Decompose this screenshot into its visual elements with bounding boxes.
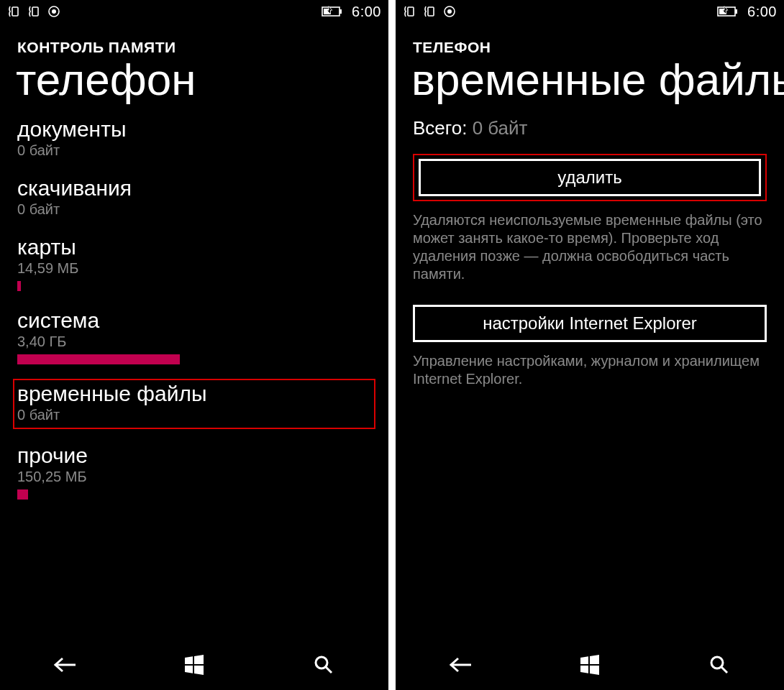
app-name: ТЕЛЕФОН [413,39,767,56]
category-size: 0 байт [17,201,371,218]
category-title: прочие [17,443,371,467]
delete-button-label: удалить [557,167,621,188]
app-name: КОНТРОЛЬ ПАМЯТИ [17,39,371,56]
category-size: 0 байт [17,407,371,423]
nav-bar [0,640,388,690]
svg-marker-24 [580,666,588,673]
status-bar: 6:00 [396,0,784,22]
total-label: Всего: [413,117,467,139]
svg-line-13 [326,667,332,673]
delete-button-highlight: удалить [413,154,767,201]
storage-category[interactable]: скачивания0 байт [17,176,371,218]
svg-line-27 [721,667,727,673]
category-title: карты [17,235,371,259]
category-title: система [17,308,371,332]
svg-rect-1 [32,7,38,16]
category-title: временные файлы [17,382,371,405]
total-value: 0 байт [473,117,528,139]
category-title: документы [17,117,371,141]
vibrate-icon [403,4,417,19]
storage-category[interactable]: временные файлы0 байт [13,379,375,429]
category-usage-bar [17,281,371,291]
category-usage-bar [17,489,371,500]
svg-marker-9 [194,655,204,664]
status-clock: 6:00 [747,4,777,20]
nav-bar [396,640,784,690]
svg-rect-14 [408,7,414,16]
phone-screen-right: 6:00 ТЕЛЕФОН временные файлы Всего: 0 ба… [396,0,784,690]
vibrate-icon [7,4,22,19]
svg-rect-15 [428,7,434,16]
location-icon [47,5,60,18]
svg-point-12 [316,657,327,668]
storage-categories-list: документы0 байтскачивания0 байткарты14,5… [0,103,388,640]
battery-icon [322,5,345,18]
search-button[interactable] [281,647,367,683]
total-row: Всего: 0 байт [413,117,767,139]
svg-marker-8 [185,656,193,664]
delete-button[interactable]: удалить [419,159,761,196]
search-button[interactable] [676,647,762,683]
status-bar: 6:00 [0,0,388,22]
ie-description: Управление настройками, журналом и храни… [413,352,767,388]
category-title: скачивания [17,176,371,200]
start-button[interactable] [547,647,633,683]
svg-point-26 [711,657,723,668]
back-button[interactable] [22,647,108,683]
svg-marker-10 [185,666,193,673]
status-clock: 6:00 [352,4,381,20]
phone-screen-left: 6:00 КОНТРОЛЬ ПАМЯТИ телефон документы0 … [0,0,388,690]
back-button[interactable] [417,647,503,683]
category-size: 0 байт [17,142,371,159]
storage-category[interactable]: система3,40 ГБ [17,308,371,364]
ie-settings-button[interactable]: настройки Internet Explorer [413,305,767,342]
category-size: 3,40 ГБ [17,334,371,350]
battery-icon [717,5,740,18]
delete-description: Удаляются неиспользуемые временные файлы… [413,211,767,283]
svg-rect-5 [339,9,342,14]
svg-marker-23 [590,655,599,664]
page-title: временные файлы [411,56,767,103]
svg-point-3 [52,9,56,14]
location-icon [443,5,456,18]
category-usage-bar [17,354,371,364]
svg-point-17 [447,9,452,14]
page-title: телефон [16,56,371,103]
storage-category[interactable]: карты14,59 МБ [17,235,371,291]
svg-rect-19 [735,9,737,14]
category-size: 150,25 МБ [17,469,371,485]
start-button[interactable] [151,647,237,683]
vibrate-icon [27,4,42,19]
ie-settings-button-label: настройки Internet Explorer [483,313,697,334]
category-size: 14,59 МБ [17,260,371,277]
storage-category[interactable]: документы0 байт [17,117,371,159]
svg-marker-11 [194,666,204,675]
vibrate-icon [423,4,437,19]
svg-marker-25 [590,666,599,675]
svg-marker-22 [580,656,588,664]
storage-category[interactable]: прочие150,25 МБ [17,443,371,500]
svg-rect-0 [12,7,18,16]
